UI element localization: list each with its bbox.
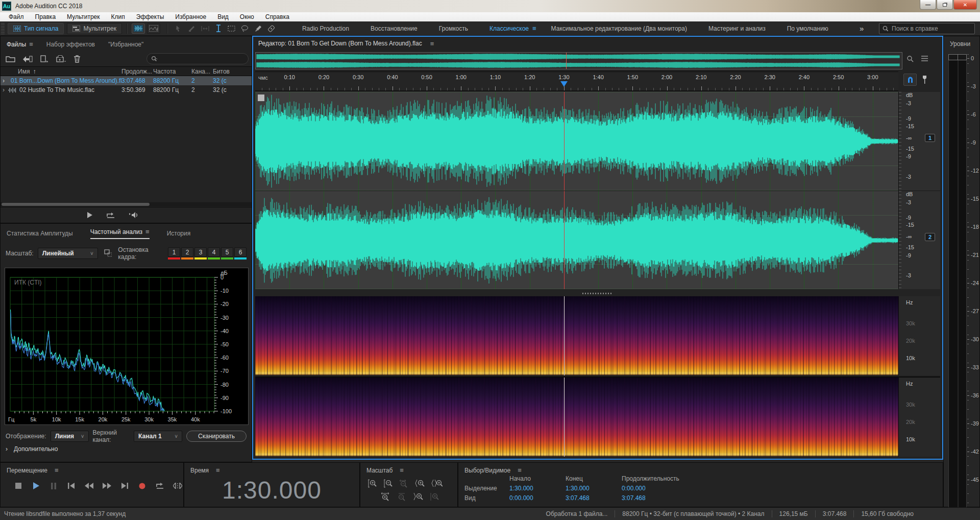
- menu-favorites[interactable]: Избранное: [169, 13, 212, 20]
- workspace-loudness[interactable]: Громкость: [428, 25, 479, 32]
- pause-button[interactable]: [48, 481, 59, 490]
- razor-tool[interactable]: [185, 23, 199, 34]
- menu-file[interactable]: Файл: [3, 13, 30, 20]
- zoom-in-left-edge-button[interactable]: [415, 479, 425, 489]
- view-duration-value[interactable]: 3:07.468: [622, 494, 698, 502]
- col-sample-rate[interactable]: Частота: [153, 68, 191, 75]
- snap-magnet-button[interactable]: [903, 74, 917, 86]
- import-file-icon[interactable]: [22, 55, 33, 62]
- tab-history[interactable]: История: [167, 230, 191, 237]
- timeline-ruler[interactable]: чмс 0:100:200:300:400:501:001:101:201:30…: [255, 72, 898, 91]
- titlebar[interactable]: Au Adobe Audition CC 2018 — ✕: [0, 0, 980, 12]
- trash-icon[interactable]: [74, 55, 81, 63]
- zoom-in-horizontal-button[interactable]: [381, 492, 390, 503]
- overview-playhead[interactable]: [566, 53, 567, 69]
- new-file-icon[interactable]: [40, 55, 49, 62]
- slip-tool[interactable]: [199, 23, 212, 34]
- col-channels[interactable]: Кана...: [191, 68, 213, 75]
- play-button[interactable]: [31, 481, 42, 490]
- preview-autoplay-icon[interactable]: [129, 211, 139, 219]
- stop-button[interactable]: [13, 481, 24, 490]
- playhead-line[interactable]: [564, 377, 565, 457]
- frame-stop-1[interactable]: 1: [168, 247, 180, 259]
- view-end-value[interactable]: 3:07.468: [566, 494, 622, 502]
- view-start-value[interactable]: 0:00.000: [509, 494, 566, 502]
- record-button[interactable]: [137, 481, 148, 490]
- spectrogram-channel-2[interactable]: [255, 376, 898, 457]
- workspace-radio-production[interactable]: Radio Production: [291, 25, 360, 32]
- insert-multitrack-icon[interactable]: [56, 55, 66, 63]
- clip-indicators[interactable]: [948, 54, 967, 60]
- waveform-mode-button[interactable]: Тип сигнала: [8, 23, 64, 34]
- paintbrush-tool[interactable]: [252, 23, 265, 34]
- go-to-start-button[interactable]: [66, 481, 77, 490]
- overview-strip[interactable]: [255, 52, 902, 69]
- zoom-in-vertical-button[interactable]: [368, 479, 377, 489]
- scan-button[interactable]: Сканировать: [186, 431, 247, 442]
- panel-menu-icon[interactable]: ≡: [29, 40, 33, 48]
- frame-stop-6[interactable]: 6: [234, 247, 247, 259]
- playhead-line[interactable]: [564, 191, 565, 289]
- file-row-2[interactable]: › 02 Hustle To The Music.flac 3:50.369 8…: [1, 85, 252, 94]
- tab-frequency-analysis[interactable]: Частотный анализ≡: [90, 228, 150, 239]
- scale-dropdown[interactable]: Линейный˅: [38, 248, 98, 259]
- frame-stop-3[interactable]: 3: [194, 247, 207, 259]
- time-display[interactable]: 1:30.000: [184, 476, 359, 504]
- copy-frame-icon[interactable]: [104, 249, 112, 257]
- tab-amplitude-statistics[interactable]: Статистика Амплитуды: [7, 230, 73, 237]
- playhead-line[interactable]: [564, 92, 565, 191]
- overview-menu-icon[interactable]: [921, 55, 928, 62]
- preview-loop-icon[interactable]: [106, 211, 115, 219]
- col-bits[interactable]: Битов: [213, 68, 236, 75]
- frame-stop-4[interactable]: 4: [208, 247, 220, 259]
- fast-forward-button[interactable]: [102, 481, 113, 490]
- files-hscroll-thumb[interactable]: [2, 203, 150, 206]
- workspace-menu-icon[interactable]: ≡: [532, 25, 536, 32]
- marquee-selection-tool[interactable]: [225, 23, 238, 34]
- waveform-view-toggle[interactable]: [132, 23, 145, 34]
- time-selection-tool[interactable]: [212, 23, 225, 34]
- workspace-overflow-chevron[interactable]: »: [860, 24, 863, 33]
- menu-multitrack[interactable]: Мультитрек: [61, 13, 105, 20]
- col-name[interactable]: Имя: [18, 68, 30, 75]
- go-to-end-button[interactable]: [119, 481, 130, 490]
- divider-handle-icon[interactable]: [582, 293, 613, 294]
- panel-menu-icon[interactable]: ≡: [430, 40, 434, 48]
- loop-playback-button[interactable]: [155, 481, 166, 490]
- skip-selection-button[interactable]: [172, 481, 183, 490]
- workspace-restoration[interactable]: Восстановление: [360, 25, 428, 32]
- frame-stop-2[interactable]: 2: [181, 247, 193, 259]
- marker-pin-icon[interactable]: [922, 75, 927, 84]
- channel-1-badge[interactable]: 1: [925, 134, 935, 142]
- waveform-db-scale-2[interactable]: 2 dB-3-9-15-∞-15-9-3: [898, 191, 940, 289]
- top-channel-dropdown[interactable]: Канал 1˅: [134, 431, 182, 442]
- waveform-channel-2[interactable]: [255, 191, 898, 289]
- open-file-icon[interactable]: [6, 55, 15, 62]
- spectrogram-channel-1[interactable]: [255, 296, 898, 375]
- menu-help[interactable]: Справка: [260, 13, 295, 20]
- spectrogram-hz-scale-2[interactable]: Hz30k20k10k: [898, 376, 940, 457]
- files-search-box[interactable]: [146, 53, 249, 64]
- workspace-default[interactable]: По умолчанию: [776, 25, 839, 32]
- selection-start-value[interactable]: 1:30.000: [509, 485, 566, 492]
- zoom-in-right-edge-button[interactable]: [413, 492, 423, 503]
- zoom-out-full-button[interactable]: [399, 479, 408, 489]
- spectral-view-toggle[interactable]: [147, 23, 160, 34]
- selection-duration-value[interactable]: 0:00.000: [622, 485, 698, 492]
- editor-tab-title[interactable]: Редактор: 01 Born To Get Down (Born To M…: [258, 40, 422, 47]
- workspace-max-editing[interactable]: Максимальное редактирование (Два монитор…: [541, 25, 698, 32]
- zoom-in-selection-button[interactable]: [431, 479, 443, 489]
- menu-view[interactable]: Вид: [212, 13, 234, 20]
- help-search-box[interactable]: [879, 23, 975, 34]
- spot-healing-tool[interactable]: [265, 23, 278, 34]
- expand-chevron-icon[interactable]: ›: [6, 445, 8, 453]
- menu-window[interactable]: Окно: [234, 13, 260, 20]
- panel-menu-icon[interactable]: ≡: [145, 228, 150, 235]
- menu-effects[interactable]: Эффекты: [131, 13, 170, 20]
- menu-edit[interactable]: Правка: [30, 13, 62, 20]
- spectrogram-hz-scale-1[interactable]: Hz30k20k10k: [898, 296, 940, 375]
- lasso-selection-tool[interactable]: [238, 23, 252, 34]
- tab-files[interactable]: Файлы≡: [7, 40, 33, 48]
- col-duration[interactable]: Продолж...: [121, 68, 153, 75]
- menu-clip[interactable]: Клип: [106, 13, 131, 20]
